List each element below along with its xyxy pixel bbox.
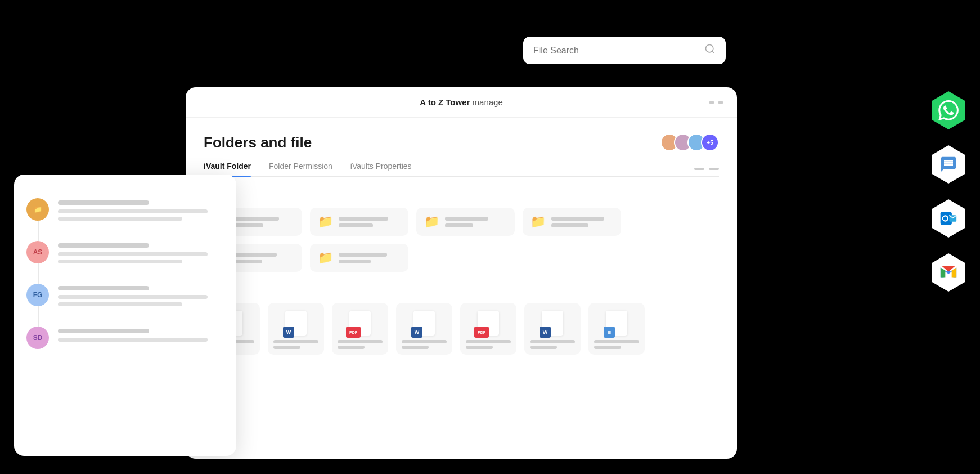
word-badge: W (411, 327, 422, 338)
file-icon-area: PDF (476, 311, 501, 336)
doc-badge: ≡ (604, 327, 615, 338)
timeline-content (58, 284, 224, 306)
tab-folder-permission[interactable]: Folder Permission (269, 162, 332, 176)
timeline-content (58, 198, 224, 221)
timeline-content (58, 327, 224, 345)
file-item[interactable]: W (396, 303, 452, 355)
word-badge: W (540, 327, 551, 338)
folder-icon: 📁 (318, 251, 333, 265)
file-item[interactable]: PDF (460, 303, 516, 355)
main-panel: A to Z Tower manage Folders and file +5 … (186, 87, 737, 459)
panel-body: Folders and file +5 iVault Folder Folder… (186, 118, 737, 370)
file-icon-area: ≡ (604, 311, 629, 336)
tab-controls (694, 168, 719, 170)
page-heading: Folders and file (204, 134, 312, 151)
file-item[interactable]: PDF (332, 303, 388, 355)
avatar-sd: SD (26, 327, 49, 349)
folder-item[interactable]: 📁 (310, 244, 408, 272)
search-input[interactable] (533, 46, 699, 56)
avatar-fg: FG (26, 284, 49, 306)
timeline-item: SD (26, 316, 224, 359)
folder-item[interactable]: 📁 (416, 208, 515, 236)
avatar-folder: 📁 (26, 198, 49, 221)
message-icon[interactable] (928, 144, 969, 185)
timeline-item: AS (26, 231, 224, 274)
file-item[interactable]: ≡ (588, 303, 645, 355)
file-item[interactable]: W (268, 303, 324, 355)
timeline-item: 📁 (26, 188, 224, 231)
pdf-badge: PDF (474, 327, 489, 338)
panel-title: A to Z Tower manage (420, 97, 503, 107)
files-grid: W W (204, 303, 719, 355)
avatar-group: +5 (660, 133, 719, 151)
avatar-plus: +5 (701, 133, 719, 151)
file-icon-area: W (284, 311, 308, 336)
folder-item[interactable]: 📁 (523, 208, 621, 236)
gmail-icon[interactable] (928, 252, 969, 293)
pdf-badge: PDF (346, 327, 361, 338)
file-icon-area: W (412, 311, 437, 336)
left-panel: 📁 AS FG SD (14, 175, 236, 456)
timeline-content (58, 241, 224, 263)
file-item[interactable]: W (524, 303, 581, 355)
word-badge: W (283, 327, 294, 338)
panel-header: A to Z Tower manage (186, 87, 737, 118)
tabs-row: iVault Folder Folder Permission iVaults … (204, 162, 719, 177)
folder-icon: 📁 (318, 214, 333, 229)
timeline-list: 📁 AS FG SD (26, 188, 224, 359)
folder-icon: 📁 (531, 214, 546, 229)
file-icon-area: W (540, 311, 565, 336)
timeline-item: FG (26, 274, 224, 316)
folder-icon: 📁 (424, 214, 439, 229)
right-icons (928, 90, 980, 293)
search-bar[interactable] (523, 37, 726, 64)
folder-item[interactable]: 📁 (310, 208, 408, 236)
files-section-label: Files (204, 285, 719, 295)
file-icon-area: PDF (348, 311, 372, 336)
tab-ivaults-properties[interactable]: iVaults Properties (350, 162, 412, 176)
page-heading-row: Folders and file +5 (204, 133, 719, 151)
outlook-icon[interactable] (928, 198, 969, 239)
avatar-as: AS (26, 241, 49, 263)
folder-section-label: Folder (204, 190, 719, 200)
panel-dots (709, 101, 723, 104)
whatsapp-icon[interactable] (928, 90, 969, 131)
search-button[interactable] (704, 43, 716, 57)
svg-line-1 (712, 51, 714, 53)
folder-grid: 📁 📁 📁 📁 (204, 208, 719, 272)
